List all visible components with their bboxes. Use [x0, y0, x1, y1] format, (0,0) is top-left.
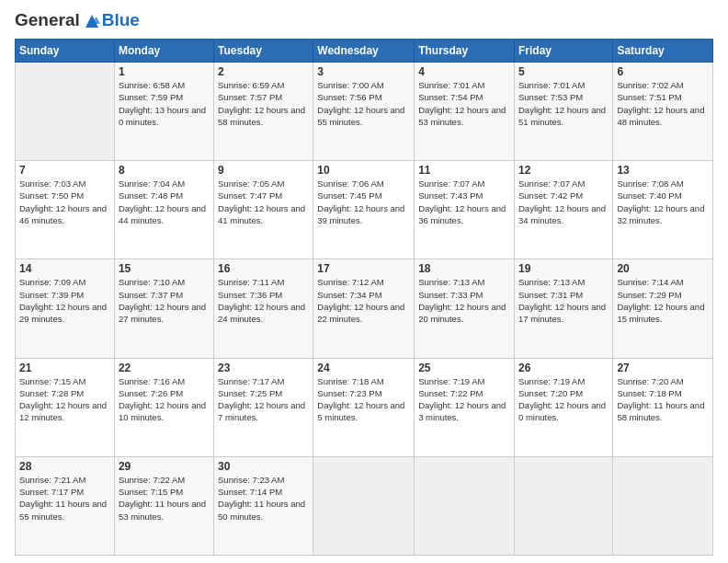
day-info: Sunrise: 6:59 AMSunset: 7:57 PMDaylight:… [218, 79, 309, 128]
calendar-cell: 12Sunrise: 7:07 AMSunset: 7:42 PMDayligh… [514, 161, 612, 259]
day-info: Sunrise: 7:19 AMSunset: 7:22 PMDaylight:… [418, 375, 510, 424]
day-info: Sunrise: 7:19 AMSunset: 7:20 PMDaylight:… [518, 375, 609, 424]
day-info: Sunrise: 7:06 AMSunset: 7:45 PMDaylight:… [317, 178, 410, 226]
day-info: Sunrise: 7:16 AMSunset: 7:26 PMDaylight:… [119, 375, 210, 424]
calendar-cell: 28Sunrise: 7:21 AMSunset: 7:17 PMDayligh… [16, 456, 115, 555]
day-number: 18 [418, 262, 510, 275]
day-number: 4 [418, 65, 510, 78]
calendar-page: General Blue Sunday Monday Tuesday Wedne… [0, 0, 728, 563]
calendar-cell: 30Sunrise: 7:23 AMSunset: 7:14 PMDayligh… [214, 456, 313, 555]
day-number: 3 [317, 65, 410, 78]
calendar-cell: 2Sunrise: 6:59 AMSunset: 7:57 PMDaylight… [214, 63, 313, 161]
day-number: 10 [317, 164, 410, 177]
calendar-cell [415, 456, 515, 555]
day-info: Sunrise: 7:07 AMSunset: 7:43 PMDaylight:… [418, 178, 510, 226]
day-number: 21 [19, 362, 110, 374]
header-thursday: Thursday [415, 40, 515, 63]
day-number: 17 [317, 262, 410, 275]
day-info: Sunrise: 7:00 AMSunset: 7:56 PMDaylight:… [317, 79, 410, 128]
calendar-cell [514, 456, 612, 555]
calendar-cell: 19Sunrise: 7:13 AMSunset: 7:31 PMDayligh… [514, 259, 612, 358]
calendar-cell: 24Sunrise: 7:18 AMSunset: 7:23 PMDayligh… [313, 358, 415, 456]
day-info: Sunrise: 7:07 AMSunset: 7:42 PMDaylight:… [518, 178, 609, 226]
day-number: 22 [119, 362, 210, 374]
calendar-cell: 25Sunrise: 7:19 AMSunset: 7:22 PMDayligh… [415, 358, 515, 456]
day-info: Sunrise: 7:08 AMSunset: 7:40 PMDaylight:… [617, 178, 709, 226]
calendar-cell [16, 63, 115, 161]
day-number: 28 [19, 460, 110, 473]
calendar-cell: 20Sunrise: 7:14 AMSunset: 7:29 PMDayligh… [613, 259, 713, 358]
calendar-cell: 6Sunrise: 7:02 AMSunset: 7:51 PMDaylight… [613, 63, 713, 161]
day-info: Sunrise: 7:13 AMSunset: 7:33 PMDaylight:… [418, 276, 510, 325]
day-info: Sunrise: 7:17 AMSunset: 7:25 PMDaylight:… [218, 375, 309, 424]
calendar-cell: 22Sunrise: 7:16 AMSunset: 7:26 PMDayligh… [114, 358, 213, 456]
calendar-cell: 23Sunrise: 7:17 AMSunset: 7:25 PMDayligh… [214, 358, 313, 456]
day-number: 12 [518, 164, 609, 177]
day-number: 5 [518, 65, 609, 78]
day-number: 6 [617, 65, 709, 78]
calendar-cell: 4Sunrise: 7:01 AMSunset: 7:54 PMDaylight… [415, 63, 515, 161]
week-row-4: 21Sunrise: 7:15 AMSunset: 7:28 PMDayligh… [16, 358, 713, 456]
day-number: 14 [19, 262, 110, 275]
calendar-cell: 1Sunrise: 6:58 AMSunset: 7:59 PMDaylight… [114, 63, 213, 161]
day-info: Sunrise: 7:05 AMSunset: 7:47 PMDaylight:… [218, 178, 309, 226]
logo: General Blue [15, 11, 140, 31]
calendar-table: Sunday Monday Tuesday Wednesday Thursday… [15, 39, 713, 556]
day-info: Sunrise: 7:01 AMSunset: 7:53 PMDaylight:… [518, 79, 609, 128]
calendar-cell: 18Sunrise: 7:13 AMSunset: 7:33 PMDayligh… [415, 259, 515, 358]
header-monday: Monday [114, 40, 213, 63]
calendar-cell: 26Sunrise: 7:19 AMSunset: 7:20 PMDayligh… [514, 358, 612, 456]
day-number: 11 [418, 164, 510, 177]
calendar-cell: 5Sunrise: 7:01 AMSunset: 7:53 PMDaylight… [514, 63, 612, 161]
calendar-cell: 29Sunrise: 7:22 AMSunset: 7:15 PMDayligh… [114, 456, 213, 555]
week-row-5: 28Sunrise: 7:21 AMSunset: 7:17 PMDayligh… [16, 456, 713, 555]
day-number: 19 [518, 262, 609, 275]
calendar-cell [613, 456, 713, 555]
day-number: 9 [218, 164, 309, 177]
day-number: 24 [317, 362, 410, 374]
header: General Blue [15, 11, 713, 31]
day-info: Sunrise: 7:10 AMSunset: 7:37 PMDaylight:… [119, 276, 210, 325]
day-info: Sunrise: 7:20 AMSunset: 7:18 PMDaylight:… [617, 375, 709, 424]
week-row-3: 14Sunrise: 7:09 AMSunset: 7:39 PMDayligh… [16, 259, 713, 358]
day-number: 1 [119, 65, 210, 78]
calendar-cell: 11Sunrise: 7:07 AMSunset: 7:43 PMDayligh… [415, 161, 515, 259]
day-info: Sunrise: 7:03 AMSunset: 7:50 PMDaylight:… [19, 178, 110, 226]
logo-text: General [15, 11, 102, 31]
logo-icon [82, 11, 102, 31]
day-number: 16 [218, 262, 309, 275]
calendar-cell: 3Sunrise: 7:00 AMSunset: 7:56 PMDaylight… [313, 63, 415, 161]
header-saturday: Saturday [613, 40, 713, 63]
calendar-cell: 14Sunrise: 7:09 AMSunset: 7:39 PMDayligh… [16, 259, 115, 358]
calendar-cell: 9Sunrise: 7:05 AMSunset: 7:47 PMDaylight… [214, 161, 313, 259]
header-wednesday: Wednesday [313, 40, 415, 63]
logo-blue: Blue [102, 11, 140, 30]
day-info: Sunrise: 7:11 AMSunset: 7:36 PMDaylight:… [218, 276, 309, 325]
day-info: Sunrise: 7:12 AMSunset: 7:34 PMDaylight:… [317, 276, 410, 325]
day-number: 29 [119, 460, 210, 473]
day-number: 8 [119, 164, 210, 177]
day-info: Sunrise: 7:14 AMSunset: 7:29 PMDaylight:… [617, 276, 709, 325]
calendar-cell: 15Sunrise: 7:10 AMSunset: 7:37 PMDayligh… [114, 259, 213, 358]
day-info: Sunrise: 7:02 AMSunset: 7:51 PMDaylight:… [617, 79, 709, 128]
header-friday: Friday [514, 40, 612, 63]
calendar-cell: 17Sunrise: 7:12 AMSunset: 7:34 PMDayligh… [313, 259, 415, 358]
calendar-cell: 8Sunrise: 7:04 AMSunset: 7:48 PMDaylight… [114, 161, 213, 259]
day-info: Sunrise: 7:22 AMSunset: 7:15 PMDaylight:… [119, 474, 210, 523]
day-number: 13 [617, 164, 709, 177]
day-number: 30 [218, 460, 309, 473]
day-number: 15 [119, 262, 210, 275]
day-info: Sunrise: 7:01 AMSunset: 7:54 PMDaylight:… [418, 79, 510, 128]
day-number: 2 [218, 65, 309, 78]
day-number: 27 [617, 362, 709, 374]
day-info: Sunrise: 7:15 AMSunset: 7:28 PMDaylight:… [19, 375, 110, 424]
day-number: 23 [218, 362, 309, 374]
day-number: 7 [19, 164, 110, 177]
day-info: Sunrise: 7:21 AMSunset: 7:17 PMDaylight:… [19, 474, 110, 523]
day-info: Sunrise: 7:13 AMSunset: 7:31 PMDaylight:… [518, 276, 609, 325]
week-row-2: 7Sunrise: 7:03 AMSunset: 7:50 PMDaylight… [16, 161, 713, 259]
calendar-cell: 21Sunrise: 7:15 AMSunset: 7:28 PMDayligh… [16, 358, 115, 456]
week-row-1: 1Sunrise: 6:58 AMSunset: 7:59 PMDaylight… [16, 63, 713, 161]
calendar-cell: 16Sunrise: 7:11 AMSunset: 7:36 PMDayligh… [214, 259, 313, 358]
calendar-cell: 7Sunrise: 7:03 AMSunset: 7:50 PMDaylight… [16, 161, 115, 259]
